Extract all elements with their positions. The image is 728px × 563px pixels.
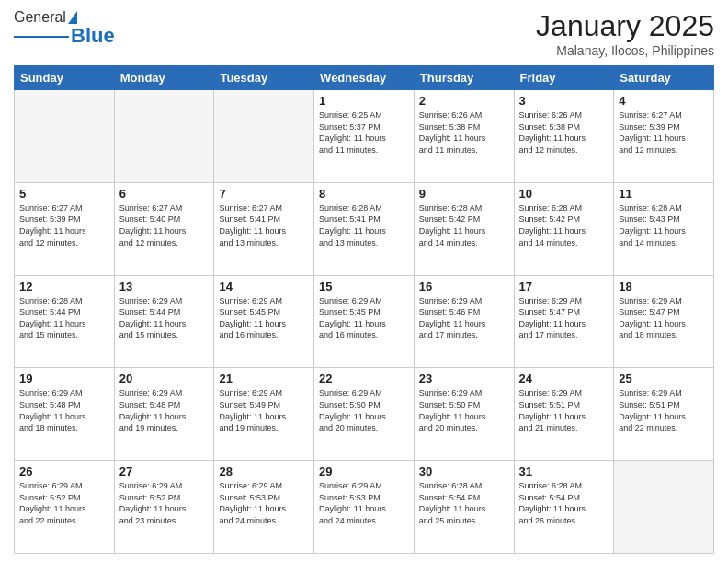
logo-blue-text: Blue [71, 24, 115, 48]
calendar-week-row: 12Sunrise: 6:28 AM Sunset: 5:44 PM Dayli… [15, 275, 714, 368]
table-row: 30Sunrise: 6:28 AM Sunset: 5:54 PM Dayli… [414, 461, 514, 554]
header: General Blue January 2025 Malanay, Iloco… [14, 9, 714, 58]
day-number: 22 [319, 372, 409, 385]
cell-info: Sunrise: 6:29 AM Sunset: 5:48 PM Dayligh… [19, 387, 109, 433]
cell-info: Sunrise: 6:27 AM Sunset: 5:41 PM Dayligh… [219, 202, 309, 248]
cell-info: Sunrise: 6:29 AM Sunset: 5:46 PM Dayligh… [419, 295, 509, 341]
table-row [114, 90, 214, 183]
calendar-week-row: 26Sunrise: 6:29 AM Sunset: 5:52 PM Dayli… [15, 461, 714, 554]
table-row: 17Sunrise: 6:29 AM Sunset: 5:47 PM Dayli… [514, 275, 614, 368]
day-number: 15 [319, 280, 409, 293]
col-friday: Friday [514, 66, 614, 90]
cell-info: Sunrise: 6:28 AM Sunset: 5:44 PM Dayligh… [19, 295, 109, 341]
cell-info: Sunrise: 6:29 AM Sunset: 5:50 PM Dayligh… [319, 387, 409, 433]
table-row [614, 461, 714, 554]
table-row: 27Sunrise: 6:29 AM Sunset: 5:52 PM Dayli… [114, 461, 214, 554]
cell-info: Sunrise: 6:29 AM Sunset: 5:50 PM Dayligh… [419, 387, 509, 433]
logo: General Blue [14, 9, 115, 48]
cell-info: Sunrise: 6:29 AM Sunset: 5:48 PM Dayligh… [119, 387, 210, 433]
day-number: 26 [19, 465, 109, 478]
cell-info: Sunrise: 6:29 AM Sunset: 5:44 PM Dayligh… [119, 295, 210, 341]
day-number: 20 [119, 372, 210, 385]
day-number: 10 [519, 187, 609, 201]
day-number: 4 [619, 94, 709, 108]
cell-info: Sunrise: 6:29 AM Sunset: 5:49 PM Dayligh… [219, 387, 309, 433]
cell-info: Sunrise: 6:29 AM Sunset: 5:51 PM Dayligh… [619, 387, 709, 433]
day-number: 28 [219, 465, 309, 478]
cell-info: Sunrise: 6:29 AM Sunset: 5:53 PM Dayligh… [319, 480, 409, 526]
logo-line [14, 36, 69, 38]
table-row: 3Sunrise: 6:26 AM Sunset: 5:38 PM Daylig… [514, 90, 614, 183]
cell-info: Sunrise: 6:27 AM Sunset: 5:40 PM Dayligh… [119, 202, 210, 248]
table-row: 12Sunrise: 6:28 AM Sunset: 5:44 PM Dayli… [15, 275, 115, 368]
logo-triangle-icon [68, 11, 77, 24]
table-row: 20Sunrise: 6:29 AM Sunset: 5:48 PM Dayli… [114, 368, 214, 461]
day-number: 3 [519, 94, 609, 108]
table-row: 19Sunrise: 6:29 AM Sunset: 5:48 PM Dayli… [15, 368, 115, 461]
table-row: 15Sunrise: 6:29 AM Sunset: 5:45 PM Dayli… [314, 275, 415, 368]
day-number: 21 [219, 372, 309, 385]
table-row: 10Sunrise: 6:28 AM Sunset: 5:42 PM Dayli… [514, 182, 614, 275]
day-number: 2 [419, 94, 509, 108]
cell-info: Sunrise: 6:28 AM Sunset: 5:43 PM Dayligh… [619, 202, 709, 248]
table-row [214, 90, 314, 183]
cell-info: Sunrise: 6:27 AM Sunset: 5:39 PM Dayligh… [19, 202, 109, 248]
table-row: 2Sunrise: 6:26 AM Sunset: 5:38 PM Daylig… [414, 90, 514, 183]
day-number: 12 [19, 280, 109, 293]
table-row: 21Sunrise: 6:29 AM Sunset: 5:49 PM Dayli… [214, 368, 314, 461]
location: Malanay, Ilocos, Philippines [536, 43, 714, 58]
table-row: 4Sunrise: 6:27 AM Sunset: 5:39 PM Daylig… [614, 90, 714, 183]
day-number: 9 [419, 187, 509, 201]
cell-info: Sunrise: 6:28 AM Sunset: 5:54 PM Dayligh… [519, 480, 609, 526]
col-thursday: Thursday [414, 66, 514, 90]
table-row: 16Sunrise: 6:29 AM Sunset: 5:46 PM Dayli… [414, 275, 514, 368]
table-row [15, 90, 115, 183]
table-row: 13Sunrise: 6:29 AM Sunset: 5:44 PM Dayli… [114, 275, 214, 368]
cell-info: Sunrise: 6:25 AM Sunset: 5:37 PM Dayligh… [319, 109, 409, 155]
table-row: 8Sunrise: 6:28 AM Sunset: 5:41 PM Daylig… [314, 182, 415, 275]
table-row: 11Sunrise: 6:28 AM Sunset: 5:43 PM Dayli… [614, 182, 714, 275]
table-row: 29Sunrise: 6:29 AM Sunset: 5:53 PM Dayli… [314, 461, 415, 554]
day-number: 27 [119, 465, 210, 478]
cell-info: Sunrise: 6:29 AM Sunset: 5:47 PM Dayligh… [619, 295, 709, 341]
cell-info: Sunrise: 6:29 AM Sunset: 5:45 PM Dayligh… [219, 295, 309, 341]
page: General Blue January 2025 Malanay, Iloco… [0, 0, 728, 563]
table-row: 26Sunrise: 6:29 AM Sunset: 5:52 PM Dayli… [15, 461, 115, 554]
table-row: 9Sunrise: 6:28 AM Sunset: 5:42 PM Daylig… [414, 182, 514, 275]
table-row: 28Sunrise: 6:29 AM Sunset: 5:53 PM Dayli… [214, 461, 314, 554]
col-saturday: Saturday [614, 66, 714, 90]
cell-info: Sunrise: 6:28 AM Sunset: 5:41 PM Dayligh… [319, 202, 409, 248]
cell-info: Sunrise: 6:29 AM Sunset: 5:53 PM Dayligh… [219, 480, 309, 526]
cell-info: Sunrise: 6:28 AM Sunset: 5:54 PM Dayligh… [419, 480, 509, 526]
cell-info: Sunrise: 6:29 AM Sunset: 5:51 PM Dayligh… [519, 387, 609, 433]
day-number: 11 [619, 187, 709, 201]
cell-info: Sunrise: 6:26 AM Sunset: 5:38 PM Dayligh… [419, 109, 509, 155]
day-number: 31 [519, 465, 609, 478]
table-row: 22Sunrise: 6:29 AM Sunset: 5:50 PM Dayli… [314, 368, 415, 461]
calendar-week-row: 1Sunrise: 6:25 AM Sunset: 5:37 PM Daylig… [15, 90, 714, 183]
day-number: 16 [419, 280, 509, 293]
day-number: 6 [119, 187, 210, 201]
day-number: 13 [119, 280, 210, 293]
day-number: 18 [619, 280, 709, 293]
table-row: 1Sunrise: 6:25 AM Sunset: 5:37 PM Daylig… [314, 90, 415, 183]
table-row: 5Sunrise: 6:27 AM Sunset: 5:39 PM Daylig… [15, 182, 115, 275]
day-number: 25 [619, 372, 709, 385]
day-number: 19 [19, 372, 109, 385]
day-number: 8 [319, 187, 409, 201]
cell-info: Sunrise: 6:29 AM Sunset: 5:52 PM Dayligh… [19, 480, 109, 526]
calendar-body: 1Sunrise: 6:25 AM Sunset: 5:37 PM Daylig… [15, 90, 714, 554]
table-row: 23Sunrise: 6:29 AM Sunset: 5:50 PM Dayli… [414, 368, 514, 461]
cell-info: Sunrise: 6:29 AM Sunset: 5:52 PM Dayligh… [119, 480, 210, 526]
day-number: 1 [319, 94, 409, 108]
day-number: 5 [19, 187, 109, 201]
calendar-header-row: Sunday Monday Tuesday Wednesday Thursday… [15, 66, 714, 90]
day-number: 7 [219, 187, 309, 201]
table-row: 25Sunrise: 6:29 AM Sunset: 5:51 PM Dayli… [614, 368, 714, 461]
month-title: January 2025 [536, 9, 714, 43]
cell-info: Sunrise: 6:29 AM Sunset: 5:45 PM Dayligh… [319, 295, 409, 341]
col-sunday: Sunday [15, 66, 115, 90]
cell-info: Sunrise: 6:28 AM Sunset: 5:42 PM Dayligh… [519, 202, 609, 248]
calendar-week-row: 19Sunrise: 6:29 AM Sunset: 5:48 PM Dayli… [15, 368, 714, 461]
cell-info: Sunrise: 6:27 AM Sunset: 5:39 PM Dayligh… [619, 109, 709, 155]
